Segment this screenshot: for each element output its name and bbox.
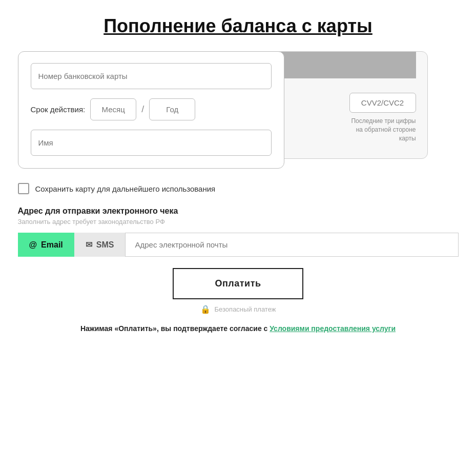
sms-tab-label: SMS — [96, 240, 114, 250]
main-container: Пополнение баланса с карты Срок действия… — [18, 15, 459, 458]
terms-row: Нажимая «Оплатить», вы подтверждаете сог… — [18, 324, 459, 333]
sms-tab[interactable]: ✉ SMS — [74, 233, 126, 257]
card-back-visual: Последние три цифры на обратной стороне … — [269, 51, 428, 159]
card-number-input[interactable] — [31, 63, 272, 89]
terms-text: Нажимая «Оплатить», вы подтверждаете сог… — [80, 324, 270, 333]
cvv-block: Последние три цифры на обратной стороне … — [344, 93, 416, 142]
expiry-row: Срок действия: / — [31, 98, 272, 120]
save-card-checkbox[interactable] — [18, 183, 29, 194]
email-tab[interactable]: @ Email — [18, 233, 74, 257]
secure-payment-label: Безопасный платеж — [215, 305, 276, 313]
page-title: Пополнение баланса с карты — [18, 15, 459, 37]
expiry-separator: / — [141, 104, 144, 115]
sms-icon: ✉ — [86, 240, 92, 250]
card-form-wrapper: Срок действия: / Последние три цифры на … — [18, 51, 459, 169]
cvv-hint: Последние три цифры на обратной стороне … — [344, 117, 416, 142]
secure-payment-row: 🔒 Безопасный платеж — [200, 304, 276, 314]
pay-section: Оплатить 🔒 Безопасный платеж — [18, 268, 459, 314]
receipt-title: Адрес для отправки электронного чека — [18, 207, 459, 216]
card-form-front: Срок действия: / — [18, 51, 284, 169]
card-back-stripe — [270, 52, 416, 78]
receipt-subtitle: Заполнить адрес требует законодательство… — [18, 218, 459, 225]
expiry-year-input[interactable] — [149, 98, 195, 120]
expiry-month-input[interactable] — [90, 98, 136, 120]
pay-button[interactable]: Оплатить — [173, 268, 303, 299]
cardholder-name-input[interactable] — [31, 130, 272, 156]
receipt-section: Адрес для отправки электронного чека Зап… — [18, 207, 459, 257]
receipt-row: @ Email ✉ SMS — [18, 233, 459, 257]
save-card-row: Сохранить карту для дальнейшего использо… — [18, 183, 459, 194]
email-tab-label: Email — [41, 240, 63, 250]
terms-link[interactable]: Условиями предоставления услуги — [270, 324, 396, 333]
at-icon: @ — [29, 240, 37, 250]
save-card-label: Сохранить карту для дальнейшего использо… — [35, 184, 216, 193]
secure-icon: 🔒 — [200, 304, 211, 314]
expiry-label: Срок действия: — [31, 105, 86, 114]
receipt-email-input[interactable] — [125, 233, 458, 257]
cvv-input[interactable] — [349, 93, 416, 113]
